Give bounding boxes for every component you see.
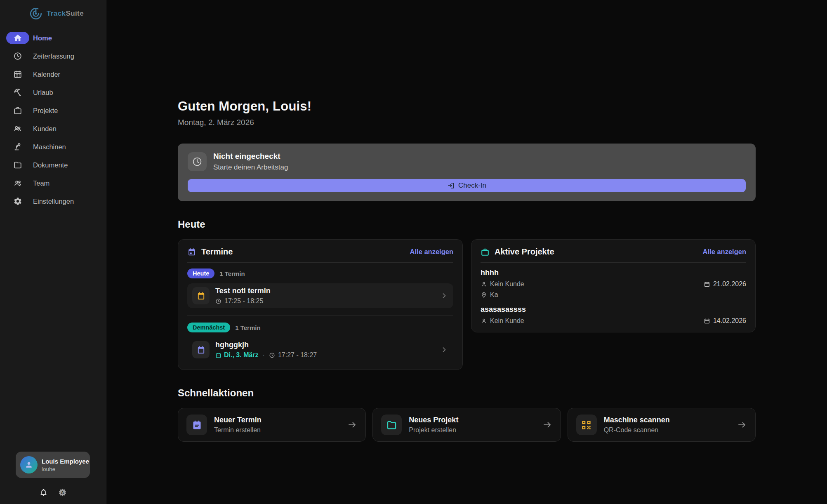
sidebar-item-maschinen[interactable]: Maschinen xyxy=(0,138,106,156)
badge-heute: Heute xyxy=(187,268,214,278)
sidebar-item-zeiterfassung[interactable]: Zeiterfassung xyxy=(0,47,106,65)
appointment-icon-tile xyxy=(192,287,210,304)
appointment-time: 17:27 - 18:27 xyxy=(278,351,317,359)
project-date-value: 14.02.2026 xyxy=(713,317,746,325)
page-title: Guten Morgen, Louis! xyxy=(178,99,756,114)
appointment-row[interactable]: hghggkjh Di., 3. März · 17:27 - 18:27 xyxy=(187,337,453,362)
appointment-icon-tile xyxy=(192,341,210,358)
sidebar-item-urlaub[interactable]: Urlaub xyxy=(0,83,106,101)
svg-text:A: A xyxy=(61,490,64,495)
briefcase-icon xyxy=(13,106,22,115)
appointment-title: Test noti termin xyxy=(215,287,271,295)
chevron-right-icon xyxy=(440,346,448,354)
quick-action-neues-projekt[interactable]: Neues Projekt Projekt erstellen xyxy=(372,408,561,442)
checkin-subtitle: Starte deinen Arbeitstag xyxy=(213,163,288,172)
sidebar-item-team[interactable]: Team xyxy=(0,174,106,192)
sidebar-footer: Louis Employee louhe A xyxy=(0,452,106,497)
project-name: hhhh xyxy=(481,268,746,277)
current-date: Montag, 2. März 2026 xyxy=(178,118,756,127)
people-icon xyxy=(13,124,22,133)
location-pin-icon xyxy=(481,292,487,298)
calendar-icon xyxy=(196,345,206,355)
project-location: Ka xyxy=(490,291,498,299)
home-icon xyxy=(13,33,22,42)
appointment-date: Di., 3. März xyxy=(224,351,259,359)
termine-alle-anzeigen-link[interactable]: Alle anzeigen xyxy=(410,248,453,256)
appointment-row[interactable]: Test noti termin 17:25 - 18:25 xyxy=(187,283,453,308)
quick-action-subtitle: Projekt erstellen xyxy=(409,426,458,434)
project-customer: Kein Kunde xyxy=(490,280,524,288)
quick-action-title: Maschine scannen xyxy=(604,416,670,424)
user-profile-card[interactable]: Louis Employee louhe xyxy=(16,452,90,478)
calendar-icon xyxy=(13,70,22,79)
section-title-schnellaktionen: Schnellaktionen xyxy=(178,387,756,399)
quick-action-subtitle: Termin erstellen xyxy=(214,426,262,434)
gear-icon xyxy=(13,197,22,206)
sidebar-item-dokumente[interactable]: Dokumente xyxy=(0,156,106,174)
calendar-icon xyxy=(187,247,196,257)
sidebar-nav: Home Zeiterfassung Kalender Urlaub Proje… xyxy=(0,29,106,210)
briefcase-icon xyxy=(481,247,490,257)
chevron-right-icon xyxy=(440,292,448,300)
check-in-button[interactable]: Check-In xyxy=(188,179,746,192)
quick-action-icon-tile xyxy=(381,415,402,435)
termine-title: Termine xyxy=(201,247,233,257)
clock-icon xyxy=(13,52,22,61)
seal-a-icon[interactable]: A xyxy=(58,488,67,497)
person-icon xyxy=(481,281,487,287)
aktive-projekte-card: Aktive Projekte Alle anzeigen hhhh Kein … xyxy=(471,239,756,332)
clock-icon xyxy=(192,156,203,167)
project-row[interactable]: asasasassss Kein Kunde 14.02.2026 xyxy=(481,305,746,325)
badge-demnaechst: Demnächst xyxy=(187,323,230,332)
calendar-icon xyxy=(196,291,206,301)
qr-code-icon xyxy=(581,419,592,431)
quick-action-title: Neues Projekt xyxy=(409,416,458,424)
quick-action-maschine-scannen[interactable]: Maschine scannen QR-Code scannen xyxy=(568,408,756,442)
arrow-right-icon xyxy=(542,420,552,430)
checkin-status: Nicht eingecheckt xyxy=(213,152,288,161)
sidebar-item-kalender[interactable]: Kalender xyxy=(0,65,106,83)
project-date-value: 21.02.2026 xyxy=(713,280,746,288)
bell-icon[interactable] xyxy=(39,488,48,497)
project-name: asasasassss xyxy=(481,305,746,314)
quick-action-neuer-termin[interactable]: Neuer Termin Termin erstellen xyxy=(178,408,366,442)
sidebar-item-kunden[interactable]: Kunden xyxy=(0,120,106,138)
user-name: Louis Employee xyxy=(42,458,89,465)
calendar-icon xyxy=(191,419,203,431)
appointment-time: 17:25 - 18:25 xyxy=(224,297,263,305)
clock-icon xyxy=(215,298,221,304)
checkin-clock-tile xyxy=(188,152,207,171)
projekte-title: Aktive Projekte xyxy=(495,247,554,257)
checkin-card: Nicht eingecheckt Starte deinen Arbeitst… xyxy=(178,144,756,201)
avatar xyxy=(20,456,38,473)
person-icon xyxy=(481,318,487,324)
arrow-right-icon xyxy=(737,420,747,430)
project-customer: Kein Kunde xyxy=(490,317,524,325)
clock-icon xyxy=(269,352,275,358)
sidebar-item-home[interactable]: Home xyxy=(0,29,106,47)
appointment-title: hghggkjh xyxy=(215,341,317,349)
sidebar: TrackSuite Home Zeiterfassung Kalender U… xyxy=(0,0,106,504)
calendar-icon xyxy=(704,281,710,287)
app-logo: TrackSuite xyxy=(0,0,106,24)
person-icon xyxy=(25,461,33,469)
user-username: louhe xyxy=(42,466,89,472)
tracksuite-logo-icon xyxy=(29,7,43,21)
sidebar-item-einstellungen[interactable]: Einstellungen xyxy=(0,192,106,210)
termine-count-heute: 1 Termin xyxy=(219,270,245,277)
quick-action-title: Neuer Termin xyxy=(214,416,262,424)
arrow-right-icon xyxy=(347,420,357,430)
robot-arm-icon xyxy=(13,142,22,151)
calendar-icon xyxy=(704,318,710,324)
sidebar-item-projekte[interactable]: Projekte xyxy=(0,101,106,120)
projekte-alle-anzeigen-link[interactable]: Alle anzeigen xyxy=(703,248,746,256)
project-row[interactable]: hhhh Kein Kunde 21.02.2026 Ka xyxy=(481,268,746,299)
brand-name: TrackSuite xyxy=(47,9,84,18)
quick-action-subtitle: QR-Code scannen xyxy=(604,426,670,434)
main-area: Guten Morgen, Louis! Montag, 2. März 202… xyxy=(106,0,827,504)
quick-action-icon-tile xyxy=(576,415,597,435)
section-title-heute: Heute xyxy=(178,219,756,230)
team-icon xyxy=(13,179,22,188)
termine-count-demnaechst: 1 Termin xyxy=(235,324,260,331)
termine-card: Termine Alle anzeigen Heute 1 Termin Tes… xyxy=(178,239,463,370)
